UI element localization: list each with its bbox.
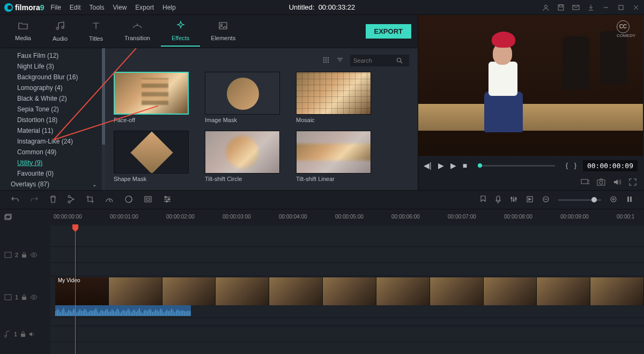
save-icon[interactable] <box>557 4 565 11</box>
music-icon <box>55 21 65 33</box>
sidebar-item[interactable]: Instagram-Like (24) <box>0 136 102 147</box>
sidebar-item[interactable]: Night Life (3) <box>0 61 102 72</box>
svg-point-16 <box>323 62 324 63</box>
quality-icon[interactable] <box>581 178 589 187</box>
manage-tracks-icon[interactable] <box>0 209 16 225</box>
lock-icon[interactable] <box>21 252 27 258</box>
sidebar-item[interactable]: Background Blur (16) <box>0 72 102 82</box>
snapshot-icon[interactable] <box>597 178 605 187</box>
effect-thumb-imagemask[interactable] <box>205 72 280 115</box>
mixer-icon[interactable] <box>510 195 517 205</box>
zoom-out-icon[interactable] <box>542 195 550 205</box>
preview-scrubber[interactable] <box>478 165 555 167</box>
effect-item[interactable]: Tilt-shift Circle <box>205 131 280 182</box>
minimize-icon[interactable] <box>602 4 610 11</box>
ruler-marks[interactable]: 00:00:00:00 00:00:01:00 00:00:02:00 00:0… <box>48 209 644 225</box>
sidebar-item[interactable]: Faux Film (12) <box>0 50 102 61</box>
stop-button[interactable]: ■ <box>463 161 467 170</box>
effect-thumb-mosaic[interactable] <box>296 72 371 115</box>
track-content[interactable]: My Video <box>50 225 644 354</box>
tab-titles[interactable]: Titles <box>78 17 114 46</box>
lock-icon[interactable] <box>20 331 26 337</box>
menu-edit[interactable]: Edit <box>70 4 81 11</box>
tab-media[interactable]: Media <box>4 17 42 46</box>
message-icon[interactable] <box>572 4 580 11</box>
tab-audio[interactable]: Audio <box>42 17 78 46</box>
track-label-fx1[interactable]: 1 <box>0 276 50 318</box>
close-icon[interactable] <box>632 4 640 11</box>
sidebar-item[interactable]: Sepia Tone (2) <box>0 104 102 115</box>
sort-icon[interactable] <box>336 56 345 65</box>
search-input[interactable] <box>353 57 396 64</box>
mark-out-icon[interactable]: } <box>574 162 576 169</box>
zoom-fit-icon[interactable] <box>626 195 633 205</box>
svg-point-10 <box>323 57 324 58</box>
sidebar-item-utility[interactable]: Utility (9) <box>0 157 102 168</box>
undo-icon[interactable] <box>11 195 19 205</box>
eye-icon[interactable] <box>30 252 38 258</box>
play-button[interactable]: ▶ <box>438 161 444 170</box>
color-icon[interactable] <box>124 195 133 205</box>
effect-item[interactable]: Shape Mask <box>114 131 189 182</box>
zoom-slider[interactable] <box>558 199 601 201</box>
effect-thumb-tiltcircle[interactable] <box>205 131 280 174</box>
zoom-in-icon[interactable] <box>610 195 617 205</box>
record-icon[interactable] <box>495 195 501 205</box>
sidebar-item[interactable]: Material (11) <box>0 125 102 136</box>
fullscreen-icon[interactable] <box>629 178 636 187</box>
volume-icon[interactable] <box>29 332 35 337</box>
search-icon <box>396 57 403 64</box>
menu-help[interactable]: Help <box>162 4 176 11</box>
play-forward-button[interactable]: ▶ <box>450 161 456 170</box>
track-label-audio1[interactable]: 1 <box>0 326 50 342</box>
speed-icon[interactable] <box>105 195 114 205</box>
menu-view[interactable]: View <box>113 4 127 11</box>
preview-controls: ◀| ▶ ▶ ■ { } 00:00:00:09 <box>418 156 643 175</box>
menu-file[interactable]: File <box>50 4 61 11</box>
account-icon[interactable] <box>542 4 550 11</box>
tab-transition[interactable]: Transition <box>114 17 161 46</box>
effect-thumb-tiltlinear[interactable] <box>296 131 371 174</box>
sidebar-group-overlays[interactable]: Overlays (87) ⌄ <box>0 179 102 190</box>
eye-icon[interactable] <box>30 295 38 300</box>
preview-video[interactable]: CC COMEDY <box>418 15 643 156</box>
menu-export[interactable]: Export <box>135 4 154 11</box>
delete-icon[interactable] <box>49 195 57 205</box>
effect-item[interactable]: Image Mask <box>205 72 280 123</box>
adjust-icon[interactable] <box>163 195 172 205</box>
time-ruler[interactable]: 00:00:00:00 00:00:01:00 00:00:02:00 00:0… <box>0 209 644 225</box>
lock-icon[interactable] <box>21 294 27 300</box>
sidebar-item[interactable]: Distortion (18) <box>0 115 102 125</box>
redo-icon[interactable] <box>30 195 39 205</box>
split-icon[interactable] <box>68 195 75 205</box>
maximize-icon[interactable] <box>617 4 625 11</box>
volume-icon[interactable] <box>613 178 621 187</box>
render-icon[interactable] <box>526 195 534 205</box>
menu-tools[interactable]: Tools <box>90 4 105 11</box>
prev-frame-button[interactable]: ◀| <box>424 161 432 170</box>
track-label-fx2[interactable]: 2 <box>0 247 50 263</box>
effect-item[interactable]: Mosaic <box>296 72 371 123</box>
greenscreen-icon[interactable] <box>144 195 152 205</box>
effects-sidebar[interactable]: Faux Film (12) Night Life (3) Background… <box>0 48 102 190</box>
search-box[interactable] <box>350 55 409 66</box>
grid-view-icon[interactable] <box>322 56 331 65</box>
svg-point-14 <box>325 59 327 61</box>
mark-in-icon[interactable]: { <box>566 162 568 169</box>
playhead[interactable] <box>75 225 76 354</box>
effect-item[interactable]: Tilt-shift Linear <box>296 131 371 182</box>
preview-panel: CC COMEDY ◀| ▶ ▶ ■ { } 00:00:00:09 <box>418 15 643 190</box>
download-icon[interactable] <box>587 4 595 11</box>
marker-icon[interactable] <box>480 195 486 205</box>
tab-elements[interactable]: Elements <box>200 17 246 46</box>
export-button[interactable]: EXPORT <box>366 24 411 39</box>
sidebar-item[interactable]: Favourite (0) <box>0 168 102 179</box>
tab-effects[interactable]: Effects <box>161 16 200 47</box>
sidebar-item[interactable]: Common (49) <box>0 147 102 157</box>
video-track[interactable]: My Video <box>50 276 644 318</box>
crop-icon[interactable] <box>86 195 94 205</box>
effect-thumb-shapemask[interactable] <box>114 131 189 174</box>
video-clip[interactable] <box>55 277 644 305</box>
sidebar-item[interactable]: Frame (26) <box>0 190 102 190</box>
sidebar-item[interactable]: Lomography (4) <box>0 82 102 93</box>
